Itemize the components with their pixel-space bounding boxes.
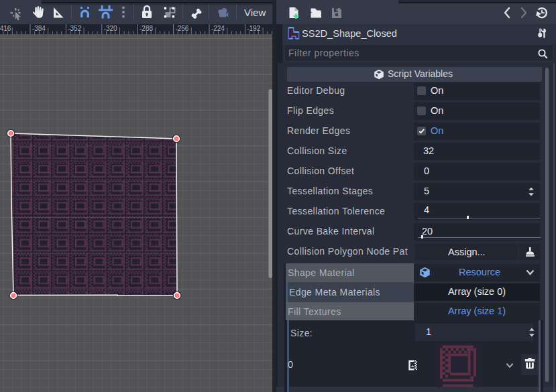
svg-text:-192: -192 [247, 25, 260, 32]
svg-text:SS2D_Shape_Closed: SS2D_Shape_Closed [302, 28, 397, 39]
svg-text:View: View [244, 7, 266, 18]
svg-text:-352: -352 [68, 25, 81, 32]
svg-text:-320: -320 [104, 25, 117, 32]
svg-text:-256: -256 [175, 25, 188, 32]
svg-text:-288: -288 [140, 25, 153, 32]
svg-text:-224: -224 [211, 25, 225, 32]
svg-text:-384: -384 [32, 25, 46, 32]
svg-text:-416: -416 [0, 25, 11, 32]
